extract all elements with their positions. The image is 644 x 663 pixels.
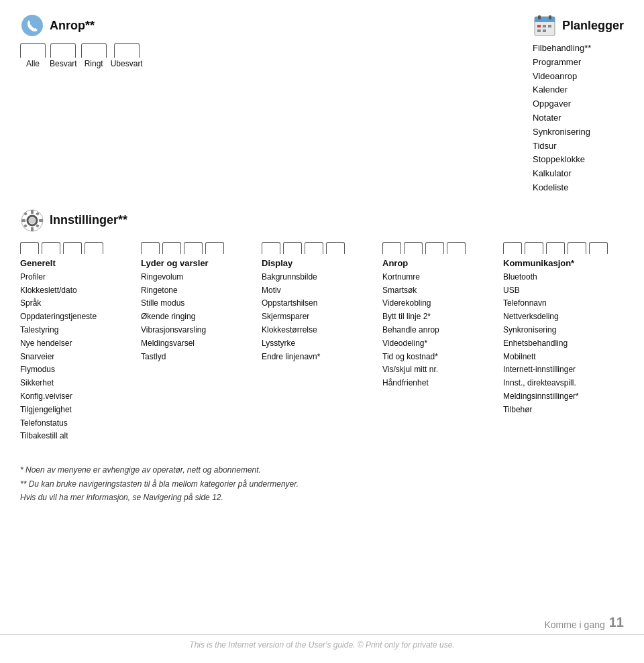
svg-rect-17 — [36, 224, 40, 228]
innstillinger-label: Innstillinger** — [50, 213, 127, 227]
list-item: Oppgaver — [533, 97, 591, 111]
svg-rect-3 — [538, 15, 541, 19]
list-item: Ringetone — [141, 284, 255, 298]
list-item: Stille modus — [141, 297, 255, 310]
innstillinger-section: Innstillinger** Generelt Profiler Klokke… — [20, 208, 624, 443]
list-item: Lysstyrke — [262, 337, 376, 351]
list-item: Motiv — [262, 284, 376, 298]
col-tab-shape — [205, 242, 224, 254]
lyder-tabs — [141, 242, 255, 254]
list-item: Flymodus — [20, 363, 134, 377]
list-item: Profiler — [20, 271, 134, 284]
col-tab-shape — [283, 242, 302, 254]
phone-icon — [20, 13, 44, 38]
list-item: Telefonnavn — [503, 297, 617, 310]
list-item: Tilbehør — [503, 404, 617, 417]
list-item: Synkronisering — [503, 324, 617, 337]
list-item: Skjermsparer — [262, 310, 376, 324]
svg-rect-14 — [21, 219, 25, 222]
tab-label-alle: Alle — [26, 59, 40, 68]
list-item: Stoppeklokke — [533, 153, 591, 167]
tab-ubesvart: Ubesvart — [111, 43, 143, 68]
tab-label-besvart: Besvart — [50, 59, 77, 68]
col-tab-shape — [525, 242, 543, 254]
list-item: Vibrasjonsvarsling — [141, 324, 255, 337]
tab-ringt: Ringt — [81, 43, 107, 68]
page-number-row: Komme i gang 11 — [0, 615, 644, 630]
list-item: Synkronisering — [533, 125, 591, 139]
disclaimer-text: This is the Internet version of the User… — [0, 634, 644, 650]
svg-point-0 — [21, 15, 43, 36]
calendar-icon — [533, 13, 557, 38]
planlegger-list: Filbehandling** Programmer Videoanrop Ka… — [533, 42, 591, 195]
lyder-list: Ringevolum Ringetone Stille modus Økende… — [141, 271, 255, 364]
list-item: Økende ringing — [141, 310, 255, 324]
main-page: Anrop** Alle Besvart Ringt Ube — [0, 0, 644, 518]
svg-rect-8 — [537, 29, 541, 32]
col-tab-shape — [382, 242, 401, 254]
generelt-header: Generelt — [20, 258, 134, 268]
col-tab-shape — [262, 242, 280, 254]
svg-rect-6 — [543, 25, 546, 27]
list-item: Enhetsbehandling — [503, 337, 617, 351]
col-tab-shape — [305, 242, 323, 254]
tab-besvart: Besvart — [50, 43, 77, 68]
col-tab-shape — [141, 242, 160, 254]
col-tab-shape — [589, 242, 608, 254]
top-section: Anrop** Alle Besvart Ringt Ube — [20, 13, 624, 195]
display-tabs — [262, 242, 376, 254]
footer-note1: * Noen av menyene er avhengige av operat… — [20, 463, 624, 477]
list-item: Konfig.veiviser — [20, 390, 134, 404]
column-display: Display Bakgrunnsbilde Motiv Oppstartshi… — [262, 242, 382, 364]
list-item: Internett-innstillinger — [503, 363, 617, 377]
svg-point-20 — [29, 217, 36, 224]
anrop-title: Anrop** — [20, 13, 95, 38]
columns-container: Generelt Profiler Klokkeslett/dato Språk… — [20, 242, 624, 443]
innstillinger-title: Innstillinger** — [20, 208, 624, 233]
svg-rect-7 — [548, 25, 551, 27]
column-generelt: Generelt Profiler Klokkeslett/dato Språk… — [20, 242, 141, 443]
col-tab-shape — [447, 242, 466, 254]
list-item: Tilgjengelighet — [20, 404, 134, 417]
list-item: Notater — [533, 111, 591, 125]
list-item: Videoanrop — [533, 70, 591, 84]
list-item: Smartsøk — [382, 284, 496, 298]
list-item: Oppdateringstjeneste — [20, 310, 134, 324]
anrop-label: Anrop** — [50, 19, 95, 33]
list-item: Nye hendelser — [20, 337, 134, 351]
anrop-col-header: Anrop — [382, 258, 496, 268]
list-item: Meldingsinnstillinger* — [503, 390, 617, 404]
col-tab-shape — [503, 242, 522, 254]
list-item: Videodeling* — [382, 337, 496, 351]
list-item: Språk — [20, 297, 134, 310]
list-item: Vis/skjul mitt nr. — [382, 363, 496, 377]
list-item: Bakgrunnsbilde — [262, 271, 376, 284]
kommunikasjon-header: Kommunikasjon* — [503, 258, 617, 268]
svg-rect-15 — [39, 219, 43, 222]
tab-alle: Alle — [20, 43, 46, 68]
list-item: Kalkulator — [533, 167, 591, 181]
svg-rect-2 — [535, 17, 555, 22]
page-number: 11 — [609, 615, 624, 630]
anrop-col-tabs — [382, 242, 496, 254]
list-item: Snarveier — [20, 351, 134, 364]
list-item: Sikkerhet — [20, 377, 134, 390]
display-header: Display — [262, 258, 376, 268]
list-item: Klokkestørrelse — [262, 324, 376, 337]
tab-shape-besvart — [50, 43, 76, 58]
kommunikasjon-list: Bluetooth USB Telefonnavn Nettverksdelin… — [503, 271, 617, 417]
footer-note3: Hvis du vil ha mer informasjon, se Navig… — [20, 491, 624, 504]
col-tab-shape — [85, 242, 103, 254]
display-list: Bakgrunnsbilde Motiv Oppstartshilsen Skj… — [262, 271, 376, 364]
list-item: Kortnumre — [382, 271, 496, 284]
col-tab-shape — [42, 242, 60, 254]
lyder-header: Lyder og varsler — [141, 258, 255, 268]
list-item: Kodeliste — [533, 181, 591, 195]
svg-rect-9 — [543, 29, 546, 32]
generelt-list: Profiler Klokkeslett/dato Språk Oppdater… — [20, 271, 134, 443]
list-item: USB — [503, 284, 617, 298]
anrop-block: Anrop** Alle Besvart Ringt Ube — [20, 13, 143, 71]
list-item: Tastlyd — [141, 351, 255, 364]
list-item: Nettverksdeling — [503, 310, 617, 324]
col-tab-shape — [546, 242, 565, 254]
